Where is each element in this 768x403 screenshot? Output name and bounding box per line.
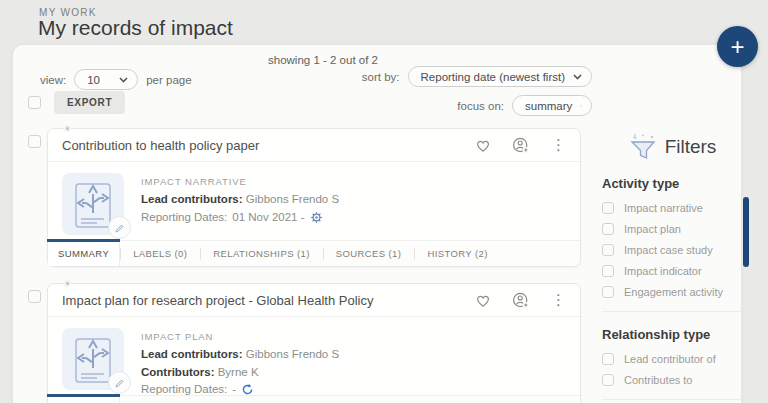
- sort-label: sort by:: [362, 71, 400, 83]
- chevron-down-icon: [580, 103, 582, 109]
- export-controls: EXPORT: [28, 91, 125, 114]
- card-tab-bar: SUMMARY: [48, 395, 580, 403]
- record-card: Contribution to health policy paper ⋮: [47, 128, 581, 267]
- record-type-label: IMPACT NARRATIVE: [141, 175, 339, 189]
- lead-contributors-field: Lead contributors: Gibbons Frendo S: [141, 191, 339, 208]
- sort-value: Reporting date (newest first): [421, 71, 565, 83]
- field-label: Reporting Dates:: [141, 209, 227, 226]
- result-count: showing 1 - 2 out of 2: [43, 54, 603, 66]
- edit-pencil-icon[interactable]: [108, 216, 131, 239]
- view-label: view:: [40, 74, 66, 86]
- field-value: Gibbons Frendo S: [246, 193, 339, 205]
- divider: [602, 311, 741, 312]
- per-page-select[interactable]: 10: [74, 69, 138, 90]
- filter-option-label: Engagement activity: [624, 286, 723, 298]
- filter-option: Engagement activity: [602, 286, 741, 298]
- reporting-dates-field: Reporting Dates: 01 Nov 2021 -: [141, 209, 339, 226]
- card-header: Contribution to health policy paper ⋮: [48, 129, 580, 162]
- page-title: My records of impact: [38, 16, 233, 40]
- focus-select[interactable]: summary: [512, 95, 592, 116]
- content-panel: showing 1 - 2 out of 2 view: 10 per page…: [13, 45, 741, 403]
- card-body: IMPACT NARRATIVE Lead contributors: Gibb…: [48, 162, 580, 243]
- activity-type-heading: Activity type: [602, 176, 741, 191]
- tab-summary[interactable]: SUMMARY: [48, 241, 120, 266]
- filter-option-label: Contributes to: [624, 374, 692, 386]
- field-label: Contributors:: [141, 366, 214, 378]
- field-value: 01 Nov 2021 -: [232, 209, 304, 226]
- sort-controls: sort by: Reporting date (newest first): [362, 66, 592, 87]
- field-label: Lead contributors:: [141, 348, 243, 360]
- filter-funnel-icon: [629, 133, 658, 160]
- lead-contributors-field: Lead contributors: Gibbons Frendo S: [141, 346, 339, 363]
- activity-filter-checkbox[interactable]: [602, 244, 614, 256]
- record-type-label: IMPACT PLAN: [141, 330, 339, 344]
- record-checkbox[interactable]: [28, 135, 41, 148]
- scrollbar-thumb[interactable]: [743, 197, 749, 267]
- relationship-filter-checkbox[interactable]: [602, 374, 614, 386]
- tab-labels[interactable]: LABELS (0): [120, 241, 200, 266]
- gear-icon[interactable]: [310, 211, 323, 224]
- record-title[interactable]: Impact plan for research project - Globa…: [62, 293, 475, 308]
- focus-value: summary: [525, 100, 572, 112]
- drag-handle-dot: [64, 280, 71, 287]
- favorite-heart-icon[interactable]: [475, 138, 491, 153]
- select-all-checkbox[interactable]: [28, 96, 41, 109]
- tab-summary[interactable]: SUMMARY: [48, 396, 120, 403]
- filter-option: Impact case study: [602, 244, 741, 256]
- activity-filter-checkbox[interactable]: [602, 265, 614, 277]
- per-page-value: 10: [87, 74, 100, 86]
- per-page-label: per page: [146, 74, 191, 86]
- kebab-menu-icon[interactable]: ⋮: [551, 291, 566, 309]
- plus-icon: +: [730, 35, 744, 59]
- activity-filter-checkbox[interactable]: [602, 223, 614, 235]
- field-value: Byrne K: [218, 366, 259, 378]
- refresh-icon[interactable]: [241, 383, 254, 396]
- filter-option-label: Lead contributor of: [624, 353, 716, 365]
- tab-sources[interactable]: SOURCES (1): [323, 241, 415, 266]
- favorite-heart-icon[interactable]: [475, 293, 491, 308]
- record-card: Impact plan for research project - Globa…: [47, 283, 581, 403]
- filter-option: Impact indicator: [602, 265, 741, 277]
- filter-option: Impact narrative: [602, 202, 741, 214]
- chevron-down-icon: [573, 74, 582, 80]
- card-body: IMPACT PLAN Lead contributors: Gibbons F…: [48, 317, 580, 403]
- focus-label: focus on:: [457, 100, 504, 112]
- impact-thumbnail: [62, 328, 124, 390]
- field-value: Gibbons Frendo S: [246, 348, 339, 360]
- export-button[interactable]: EXPORT: [54, 91, 125, 114]
- tab-relationships[interactable]: RELATIONSHIPS (1): [200, 241, 322, 266]
- divider: [602, 399, 741, 400]
- filter-option: Impact plan: [602, 223, 741, 235]
- record-title[interactable]: Contribution to health policy paper: [62, 138, 475, 153]
- filter-option: Lead contributor of: [602, 353, 741, 365]
- record-checkbox[interactable]: [28, 290, 41, 303]
- add-record-button[interactable]: +: [717, 26, 758, 67]
- chevron-down-icon: [119, 77, 128, 83]
- relationship-filter-checkbox[interactable]: [602, 353, 614, 365]
- filters-panel: Filters Activity type Impact narrative I…: [602, 133, 741, 403]
- drag-handle-dot: [64, 125, 71, 132]
- filters-title: Filters: [665, 136, 717, 158]
- focus-controls: focus on: summary: [457, 95, 592, 116]
- activity-filter-checkbox[interactable]: [602, 202, 614, 214]
- add-contributor-icon[interactable]: [512, 137, 530, 154]
- filter-option-label: Impact indicator: [624, 265, 702, 277]
- activity-filter-checkbox[interactable]: [602, 286, 614, 298]
- kebab-menu-icon[interactable]: ⋮: [551, 136, 566, 154]
- filter-option: Contributes to: [602, 374, 741, 386]
- filter-option-label: Impact narrative: [624, 202, 703, 214]
- add-contributor-icon[interactable]: [512, 292, 530, 309]
- sort-select[interactable]: Reporting date (newest first): [408, 66, 592, 87]
- card-tab-bar: SUMMARY LABELS (0) RELATIONSHIPS (1) SOU…: [48, 240, 580, 266]
- filter-option-label: Impact case study: [624, 244, 713, 256]
- filter-option-label: Impact plan: [624, 223, 681, 235]
- relationship-type-heading: Relationship type: [602, 327, 741, 342]
- card-header: Impact plan for research project - Globa…: [48, 284, 580, 317]
- impact-thumbnail: [62, 173, 124, 235]
- tab-history[interactable]: HISTORY (2): [414, 241, 500, 266]
- contributors-field: Contributors: Byrne K: [141, 364, 339, 381]
- filters-header: Filters: [602, 133, 741, 160]
- field-label: Lead contributors:: [141, 193, 243, 205]
- view-controls: view: 10 per page: [40, 69, 192, 90]
- edit-pencil-icon[interactable]: [108, 371, 131, 394]
